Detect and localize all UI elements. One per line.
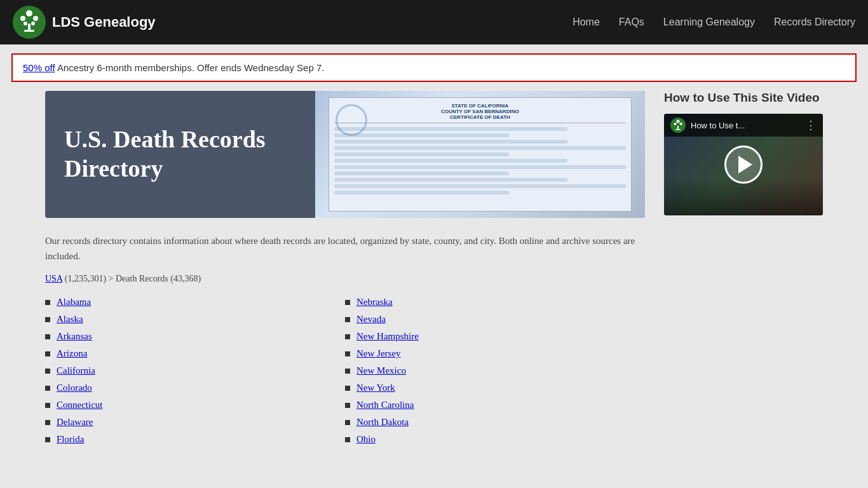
svg-rect-13 [675,129,681,130]
list-item: Alabama [45,297,345,308]
list-item: New Jersey [345,348,645,359]
state-link-florida[interactable]: Florida [57,434,84,445]
state-link-alabama[interactable]: Alabama [57,297,91,308]
svg-point-9 [677,120,680,123]
nav-records-directory[interactable]: Records Directory [774,17,855,27]
nav-faqs[interactable]: FAQs [619,17,644,27]
state-link-colorado[interactable]: Colorado [57,383,92,393]
play-icon [738,156,752,173]
bullet-icon [345,300,350,305]
video-logo-icon [670,118,686,133]
breadcrumb-separator: > [109,274,116,283]
list-item: Arizona [45,348,345,359]
bullet-icon [45,420,50,425]
state-list: Alabama Alaska Arkansas Arizona Californ… [45,297,645,451]
hero-section: U.S. Death Records Directory STATE OF CA… [45,91,645,218]
promo-banner: 50% off Ancestry 6-month memberships. Of… [11,53,857,82]
states-left-column: Alabama Alaska Arkansas Arizona Californ… [45,297,345,451]
state-link-alaska[interactable]: Alaska [57,314,83,325]
list-item: California [45,365,345,376]
list-item: Arkansas [45,331,345,342]
state-link-new-jersey[interactable]: New Jersey [356,348,401,359]
promo-text: Ancestry 6-month memberships. Offer ends… [55,62,325,73]
state-link-california[interactable]: California [57,365,95,376]
page-title: U.S. Death Records Directory [45,112,375,196]
logo-text: LDS Genealogy [52,14,156,30]
bullet-icon [345,420,350,425]
sidebar-title: How to Use This Site Video [664,91,823,105]
bullet-icon [45,351,50,356]
list-item: Connecticut [45,400,345,410]
state-link-ohio[interactable]: Ohio [356,434,376,445]
svg-point-3 [33,16,38,21]
state-link-north-dakota[interactable]: North Dakota [356,417,409,428]
bullet-icon [45,437,50,442]
svg-point-11 [680,123,682,125]
main-content: U.S. Death Records Directory STATE OF CA… [45,91,645,451]
bullet-icon [345,437,350,442]
bullet-icon [345,386,350,391]
svg-point-10 [674,123,677,125]
list-item: Delaware [45,417,345,428]
list-item: New Mexico [345,365,645,376]
breadcrumb-section: Death Records (43,368) [116,274,201,283]
breadcrumb-usa-link[interactable]: USA [45,274,62,283]
svg-point-2 [20,16,25,21]
page-container: U.S. Death Records Directory STATE OF CA… [34,91,834,470]
sidebar: How to Use This Site Video How to Use t.… [664,91,823,451]
list-item: Florida [45,434,345,445]
state-link-new-mexico[interactable]: New Mexico [356,365,406,376]
video-top-bar: How to Use t... ⋮ [664,114,823,137]
breadcrumb: USA (1,235,301) > Death Records (43,368) [45,274,645,284]
video-menu-icon[interactable]: ⋮ [805,118,817,132]
bullet-icon [45,317,50,322]
bullet-icon [45,369,50,374]
bullet-icon [45,300,50,305]
nav-home[interactable]: Home [573,17,600,27]
bullet-icon [345,403,350,408]
bullet-icon [345,351,350,356]
state-link-nebraska[interactable]: Nebraska [356,297,393,308]
list-item: Nebraska [345,297,645,308]
breadcrumb-usa-count: (1,235,301) [65,274,106,283]
state-link-new-hampshire[interactable]: New Hampshire [356,331,419,342]
svg-point-5 [31,22,35,25]
list-item: Alaska [45,314,345,325]
state-link-arkansas[interactable]: Arkansas [57,331,92,342]
logo[interactable]: LDS Genealogy [13,6,573,39]
video-title: How to Use t... [691,121,745,130]
svg-point-4 [24,22,27,25]
bullet-icon [45,334,50,339]
tree-icon [13,6,46,39]
state-link-arizona[interactable]: Arizona [57,348,87,359]
state-link-new-york[interactable]: New York [356,383,395,393]
svg-point-1 [26,10,32,17]
bullet-icon [345,334,350,339]
list-item: North Dakota [345,417,645,428]
promo-link[interactable]: 50% off [23,62,55,73]
nav-learning-genealogy[interactable]: Learning Genealogy [663,17,755,27]
list-item: Colorado [45,383,345,393]
play-button[interactable] [724,146,763,184]
bullet-icon [45,386,50,391]
svg-rect-7 [24,30,34,32]
nav-links: Home FAQs Learning Genealogy Records Dir… [573,17,855,28]
state-link-north-carolina[interactable]: North Carolina [356,400,414,410]
list-item: Ohio [345,434,645,445]
list-item: Nevada [345,314,645,325]
list-item: North Carolina [345,400,645,410]
state-link-delaware[interactable]: Delaware [57,417,93,428]
states-right-column: Nebraska Nevada New Hampshire New Jersey… [345,297,645,451]
bullet-icon [45,403,50,408]
state-link-connecticut[interactable]: Connecticut [57,400,102,410]
state-link-nevada[interactable]: Nevada [356,314,386,325]
list-item: New Hampshire [345,331,645,342]
list-item: New York [345,383,645,393]
video-thumbnail[interactable]: How to Use t... ⋮ [664,114,823,215]
page-description: Our records directory contains informati… [45,233,645,264]
bullet-icon [345,317,350,322]
bullet-icon [345,369,350,374]
navbar: LDS Genealogy Home FAQs Learning Genealo… [0,0,868,44]
